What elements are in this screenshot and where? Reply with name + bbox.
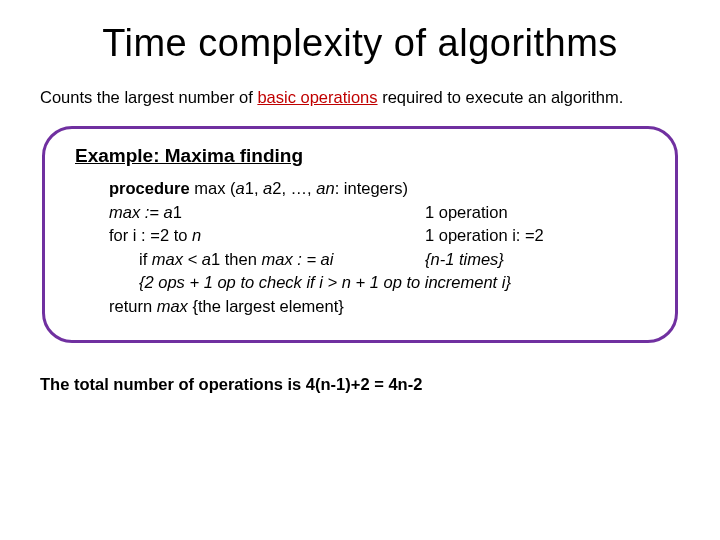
t: 1 bbox=[173, 203, 182, 221]
op-count-2: 1 operation i: =2 bbox=[425, 224, 544, 247]
t: max ( bbox=[190, 179, 236, 197]
code-block: procedure max (a1, a2, …, an: integers) … bbox=[109, 177, 651, 318]
t: max bbox=[157, 297, 193, 315]
kw-procedure: procedure bbox=[109, 179, 190, 197]
subtitle-pre: Counts the largest number of bbox=[40, 88, 257, 106]
t: a bbox=[236, 179, 245, 197]
t: 1, bbox=[245, 179, 263, 197]
t: an bbox=[316, 179, 334, 197]
t: max : = ai bbox=[261, 250, 333, 268]
t: : integers) bbox=[335, 179, 408, 197]
t: 2, …, bbox=[272, 179, 316, 197]
op-count-3: {n-1 times} bbox=[425, 248, 504, 271]
op-count-1: 1 operation bbox=[425, 201, 508, 224]
code-line-5: {2 ops + 1 op to check if i > n + 1 op t… bbox=[109, 271, 651, 294]
t: a bbox=[263, 179, 272, 197]
subtitle: Counts the largest number of basic opera… bbox=[40, 87, 680, 108]
example-box: Example: Maxima finding procedure max (a… bbox=[42, 126, 678, 343]
t: n bbox=[192, 226, 201, 244]
code-line-1: procedure max (a1, a2, …, an: integers) bbox=[109, 177, 651, 200]
code-line-4: if max < a1 then max : = ai {n-1 times} bbox=[109, 248, 651, 271]
code-line-2: max := a1 1 operation bbox=[109, 201, 651, 224]
page-title: Time complexity of algorithms bbox=[40, 22, 680, 65]
subtitle-post: required to execute an algorithm. bbox=[378, 88, 624, 106]
t: max := a bbox=[109, 203, 173, 221]
example-heading: Example: Maxima finding bbox=[75, 145, 651, 167]
t: max < a bbox=[152, 250, 211, 268]
subtitle-highlight: basic operations bbox=[257, 88, 377, 106]
code-line-3: for i : =2 to n 1 operation i: =2 bbox=[109, 224, 651, 247]
t: 1 then bbox=[211, 250, 261, 268]
t: for i : =2 to bbox=[109, 226, 192, 244]
t: return bbox=[109, 297, 157, 315]
t: if bbox=[139, 250, 152, 268]
conclusion: The total number of operations is 4(n-1)… bbox=[40, 375, 680, 394]
code-line-6: return max {the largest element} bbox=[109, 295, 651, 318]
t: {the largest element} bbox=[192, 297, 343, 315]
